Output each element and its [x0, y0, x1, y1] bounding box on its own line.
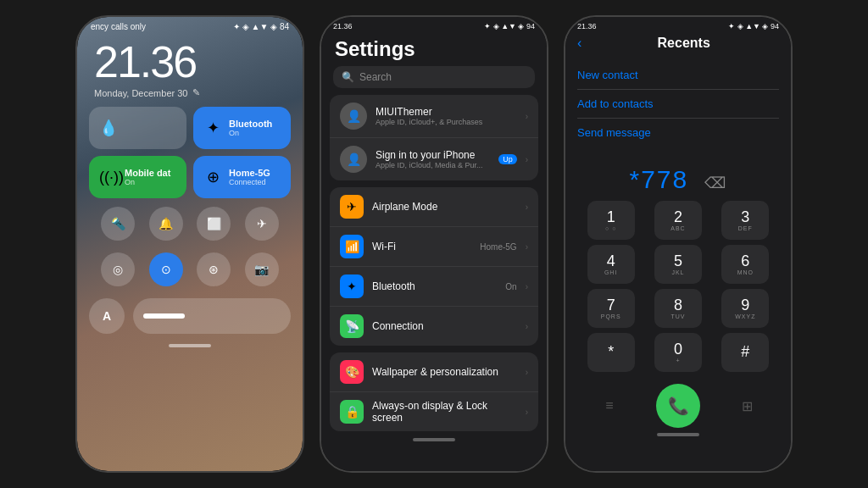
- mobile-sub: On: [125, 178, 176, 186]
- wallpaper-label: Wallpaper & personalization: [372, 366, 517, 378]
- dialpad-row-2: 4 GHI 5 JKL 6 MNO: [577, 245, 779, 284]
- dialpad-key-7[interactable]: 7 PQRS: [587, 289, 635, 328]
- search-icon: 🔍: [342, 71, 354, 83]
- slider-fill: [143, 313, 185, 319]
- phone-2-screen: 21.36 ✦ ◈ ▲▼ ◈ 94 Settings 🔍 Search 👤 MI…: [321, 17, 547, 471]
- dialpad-key-star[interactable]: *: [587, 333, 635, 372]
- cc-tile-bluetooth[interactable]: ✦ Bluetooth On: [193, 107, 291, 149]
- dialpad-key-4[interactable]: 4 GHI: [587, 245, 635, 284]
- new-contact-button[interactable]: New contact: [577, 61, 779, 90]
- home-indicator-1: [169, 344, 211, 347]
- avatar: 👤: [340, 103, 367, 130]
- phone3-time: 21.36: [577, 22, 597, 30]
- search-placeholder: Search: [359, 71, 392, 83]
- settings-connection-row[interactable]: 📡 Connection ›: [330, 307, 538, 346]
- flashlight-button[interactable]: 🔦: [101, 207, 135, 241]
- dialpad-key-hash[interactable]: #: [721, 333, 769, 372]
- aod-icon: 🔒: [340, 400, 364, 424]
- dialpad-key-2[interactable]: 2 ABC: [654, 201, 702, 240]
- phone-3: 21.36 ✦ ◈ ▲▼ ◈ 94 ‹ Recents New contact …: [564, 15, 793, 473]
- control-center: ency calls only ✦ ◈ ▲▼ ◈ 84 21.36 Monday…: [77, 17, 303, 471]
- focus-button[interactable]: ⊙: [149, 252, 183, 286]
- settings-aod-row[interactable]: 🔒 Always-on display & Lock screen ›: [330, 392, 538, 431]
- dialpad-row-3: 7 PQRS 8 TUV 9 WXYZ: [577, 289, 779, 328]
- dialed-number: *778 ⌫: [565, 152, 791, 201]
- aod-label: Always-on display & Lock screen: [372, 400, 517, 424]
- settings-profile-section: 👤 MIUIThemer Apple ID, iCloud+, & Purcha…: [330, 95, 538, 180]
- status-bar-2: 21.36 ✦ ◈ ▲▼ ◈ 94: [321, 17, 547, 32]
- settings-search-bar[interactable]: 🔍 Search: [333, 66, 535, 88]
- cc-tile-water[interactable]: 💧: [89, 107, 186, 149]
- call-button[interactable]: 📞: [656, 384, 700, 428]
- settings-time: 21.36: [333, 22, 353, 30]
- dialpad-key-5[interactable]: 5 JKL: [654, 245, 702, 284]
- mobile-data-icon: ((·)): [99, 169, 118, 186]
- water-icon: 💧: [99, 119, 118, 137]
- send-message-button[interactable]: Send message: [577, 119, 779, 147]
- wifi-label: Home-5G: [229, 168, 281, 178]
- bluetooth-label: Bluetooth: [229, 119, 281, 129]
- settings-screen: 21.36 ✦ ◈ ▲▼ ◈ 94 Settings 🔍 Search 👤 MI…: [321, 17, 547, 471]
- phone-3-screen: 21.36 ✦ ◈ ▲▼ ◈ 94 ‹ Recents New contact …: [565, 17, 791, 471]
- dialpad-key-8[interactable]: 8 TUV: [654, 289, 702, 328]
- signin-avatar: 👤: [340, 146, 367, 173]
- bluetooth-icon: ✦: [203, 119, 222, 137]
- add-to-contacts-button[interactable]: Add to contacts: [577, 90, 779, 119]
- profile-name: MIUIThemer: [376, 106, 517, 118]
- connection-label: Connection: [372, 320, 517, 332]
- screen-record-button[interactable]: ⬜: [197, 207, 231, 241]
- dialpad-key-9[interactable]: 9 WXYZ: [721, 289, 769, 328]
- settings-title: Settings: [321, 32, 547, 66]
- status-left: ency calls only: [91, 22, 146, 31]
- settings-signin-row[interactable]: 👤 Sign in to your iPhone Apple ID, iClou…: [330, 138, 538, 180]
- wifi-icon: ⊕: [203, 168, 222, 186]
- status-right: ✦ ◈ ▲▼ ◈ 84: [233, 22, 289, 31]
- signin-chevron: ›: [526, 155, 528, 164]
- home-indicator-3: [657, 433, 699, 436]
- dialpad-key-1[interactable]: 1 ○ ○: [587, 201, 635, 240]
- wifi-value: Home-5G: [480, 242, 516, 252]
- edit-icon[interactable]: ✎: [192, 87, 200, 98]
- cc-tile-mobile-data[interactable]: ((·)) Mobile dat On: [89, 156, 186, 198]
- airplane-chevron: ›: [526, 202, 528, 212]
- settings-bluetooth-row[interactable]: ✦ Bluetooth On ›: [330, 267, 538, 307]
- dialpad-row-4: * 0 + #: [577, 333, 779, 372]
- dialpad-key-0[interactable]: 0 +: [654, 333, 702, 372]
- bluetooth-settings-label: Bluetooth: [372, 280, 497, 292]
- airplane-mode-icon: ✈: [340, 195, 364, 219]
- wifi-settings-icon: 📶: [340, 235, 364, 258]
- airplane-label: Airplane Mode: [372, 201, 517, 213]
- bluetooth-sub: On: [229, 129, 281, 137]
- wallpaper-chevron: ›: [526, 368, 528, 377]
- settings-wallpaper-row[interactable]: 🎨 Wallpaper & personalization ›: [330, 352, 538, 392]
- location-button[interactable]: ◎: [101, 252, 135, 286]
- settings-airplane-row[interactable]: ✈ Airplane Mode ›: [330, 187, 538, 227]
- cc-tile-wifi[interactable]: ⊕ Home-5G Connected: [193, 156, 291, 198]
- dialpad: 1 ○ ○ 2 ABC 3 DEF 4 GHI: [565, 201, 791, 372]
- connection-icon: 📡: [340, 314, 364, 338]
- back-button[interactable]: ‹: [577, 36, 581, 51]
- camera-button[interactable]: 📷: [245, 252, 279, 286]
- keypad-button[interactable]: ⊞: [729, 388, 765, 424]
- bell-button[interactable]: 🔔: [149, 207, 183, 241]
- menu-button[interactable]: ≡: [592, 388, 627, 424]
- airplane-button[interactable]: ✈: [245, 207, 279, 241]
- settings-wifi-row[interactable]: 📶 Wi-Fi Home-5G ›: [330, 227, 538, 267]
- nfc-button[interactable]: ⊛: [197, 252, 231, 286]
- settings-status-right: ✦ ◈ ▲▼ ◈ 94: [484, 22, 535, 30]
- status-bar-1: ency calls only ✦ ◈ ▲▼ ◈ 84: [77, 17, 303, 33]
- bluetooth-settings-icon: ✦: [340, 274, 364, 298]
- cc-tiles-grid: 💧 ✦ Bluetooth On ((·)) Mobile dat On: [77, 107, 303, 198]
- dialpad-key-3[interactable]: 3 DEF: [721, 201, 769, 240]
- settings-profile-row[interactable]: 👤 MIUIThemer Apple ID, iCloud+, & Purcha…: [330, 95, 538, 138]
- signin-sub: Apple ID, iCloud, Media & Pur...: [376, 161, 490, 169]
- wifi-sub: Connected: [229, 178, 281, 186]
- delete-icon[interactable]: ⌫: [704, 175, 727, 191]
- settings-display-section: 🎨 Wallpaper & personalization › 🔒 Always…: [330, 352, 538, 431]
- dialpad-key-6[interactable]: 6 MNO: [721, 245, 769, 284]
- wifi-chevron: ›: [526, 242, 528, 252]
- phone-bottom-bar: ≡ 📞 ⊞: [565, 377, 791, 431]
- brightness-slider[interactable]: [133, 298, 291, 334]
- cc-time: 21.36: [77, 33, 303, 87]
- alpha-button[interactable]: A: [89, 298, 125, 334]
